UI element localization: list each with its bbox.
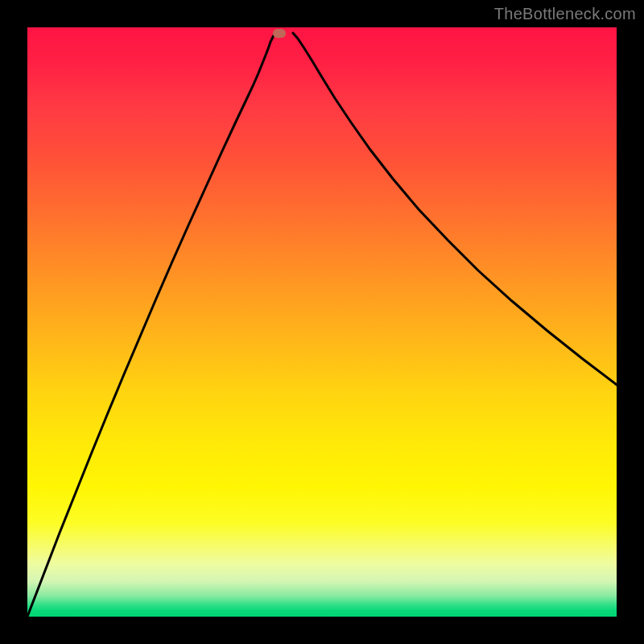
- bottleneck-marker: [273, 29, 286, 38]
- chart-frame: TheBottleneck.com: [0, 0, 644, 644]
- watermark: TheBottleneck.com: [494, 5, 636, 23]
- curve-left: [27, 34, 275, 617]
- curve-layer: [27, 27, 617, 617]
- plot-area: [27, 27, 617, 617]
- curve-right: [293, 33, 617, 385]
